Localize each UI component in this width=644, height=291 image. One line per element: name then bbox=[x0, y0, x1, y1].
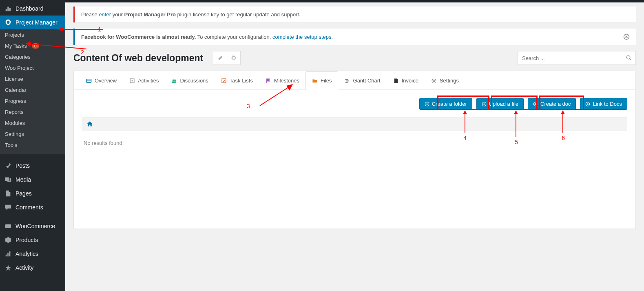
svg-marker-29 bbox=[463, 110, 467, 114]
search-input[interactable] bbox=[518, 51, 636, 65]
gear-icon bbox=[231, 55, 237, 61]
sidebar-sub-settings[interactable]: Settings bbox=[0, 129, 65, 140]
gantt-icon bbox=[344, 78, 351, 84]
sidebar-item-comments[interactable]: Comments bbox=[0, 200, 65, 214]
tasklists-icon bbox=[221, 78, 227, 84]
search-icon[interactable] bbox=[626, 55, 632, 61]
home-icon[interactable] bbox=[86, 121, 623, 127]
plus-circle-icon bbox=[585, 102, 590, 107]
sidebar-sub-tools[interactable]: Tools bbox=[0, 140, 65, 151]
svg-marker-33 bbox=[561, 110, 565, 114]
svg-point-9 bbox=[174, 79, 176, 81]
project-search bbox=[518, 51, 636, 65]
sidebar-sub-modules[interactable]: Modules bbox=[0, 118, 65, 129]
svg-rect-10 bbox=[173, 81, 177, 83]
sidebar-item-woocommerce[interactable]: WooCommerce bbox=[0, 219, 65, 233]
project-panel: OverviewActivitiesDiscussionsTask ListsM… bbox=[73, 71, 636, 229]
tab-discussions[interactable]: Discussions bbox=[165, 71, 214, 90]
invoice-icon bbox=[393, 78, 399, 84]
sidebar-item-posts[interactable]: Posts bbox=[0, 159, 65, 173]
svg-point-15 bbox=[433, 80, 435, 81]
tab-files[interactable]: Files bbox=[305, 71, 338, 90]
tab-gantt-chart[interactable]: Gantt Chart bbox=[338, 71, 387, 90]
sidebar-sub-woo-project[interactable]: Woo Project bbox=[0, 62, 65, 73]
plus-circle-icon bbox=[533, 102, 538, 107]
svg-marker-31 bbox=[514, 110, 518, 114]
dashboard-icon bbox=[4, 5, 12, 12]
link-to-docs-button[interactable]: Link to Docs bbox=[580, 98, 627, 110]
files-breadcrumb bbox=[82, 117, 627, 131]
svg-point-8 bbox=[173, 79, 174, 81]
dismiss-notice-icon[interactable] bbox=[623, 33, 630, 40]
products-icon bbox=[4, 236, 12, 244]
svg-rect-13 bbox=[346, 80, 349, 81]
create-a-folder-button[interactable]: Create a folder bbox=[419, 98, 472, 110]
discussions-icon bbox=[171, 78, 177, 84]
activities-icon bbox=[129, 78, 135, 84]
settings-icon bbox=[431, 78, 437, 84]
tab-task-lists[interactable]: Task Lists bbox=[215, 71, 259, 90]
pages-icon bbox=[4, 190, 12, 197]
files-tab-body: Create a folderUpload a fileCreate a doc… bbox=[74, 90, 635, 229]
sidebar-sub-my-tasks[interactable]: My Tasks 0 bbox=[0, 40, 65, 51]
pencil-icon bbox=[217, 55, 223, 61]
analytics-icon bbox=[4, 250, 12, 258]
page-header: Content Of web development bbox=[73, 51, 636, 65]
svg-rect-12 bbox=[345, 79, 348, 80]
comment-icon bbox=[4, 204, 12, 211]
plus-circle-icon bbox=[425, 102, 429, 107]
svg-rect-4 bbox=[86, 79, 91, 82]
project-manager-icon bbox=[4, 19, 12, 26]
sidebar-sub-reports[interactable]: Reports bbox=[0, 107, 65, 118]
complete-setup-link[interactable]: complete the setup steps. bbox=[272, 34, 333, 40]
tab-settings[interactable]: Settings bbox=[425, 71, 465, 90]
sidebar-item-analytics[interactable]: Analytics bbox=[0, 247, 65, 261]
sidebar-item-pages[interactable]: Pages bbox=[0, 187, 65, 200]
upload-a-file-button[interactable]: Upload a file bbox=[476, 98, 524, 110]
sidebar-sub-categories[interactable]: Categories bbox=[0, 51, 65, 62]
enter-license-link[interactable]: enter bbox=[99, 11, 111, 18]
create-a-doc-button[interactable]: Create a doc bbox=[528, 98, 576, 110]
sidebar-sub-projects[interactable]: Projects bbox=[0, 29, 65, 40]
sidebar-item-project-manager[interactable]: Project Manager bbox=[0, 16, 65, 29]
woocommerce-icon bbox=[4, 222, 12, 230]
activity-icon bbox=[4, 264, 12, 271]
main-content: Please enter your Project Manager Pro pl… bbox=[65, 0, 644, 291]
admin-sidebar: Dashboard Project Manager Projects My Ta… bbox=[0, 0, 65, 291]
edit-project-button[interactable] bbox=[213, 51, 227, 65]
svg-rect-0 bbox=[5, 224, 11, 228]
project-settings-button[interactable] bbox=[227, 51, 241, 65]
sidebar-label: Project Manager bbox=[15, 19, 58, 26]
tab-invoice[interactable]: Invoice bbox=[387, 71, 425, 90]
svg-rect-14 bbox=[345, 82, 348, 82]
facebook-notice: Facebook for WooCommerce is almost ready… bbox=[73, 29, 636, 45]
project-tabs: OverviewActivitiesDiscussionsTask ListsM… bbox=[74, 71, 635, 90]
file-actions: Create a folderUpload a fileCreate a doc… bbox=[82, 98, 627, 110]
sidebar-label: Dashboard bbox=[15, 5, 44, 12]
tasks-count-badge: 0 bbox=[32, 43, 39, 49]
milestones-icon bbox=[265, 78, 272, 84]
tab-overview[interactable]: Overview bbox=[80, 71, 123, 90]
sidebar-sub-calendar[interactable]: Calendar bbox=[0, 84, 65, 96]
sidebar-submenu: Projects My Tasks 0 Categories Woo Proje… bbox=[0, 29, 65, 154]
sidebar-sub-progress[interactable]: Progress bbox=[0, 96, 65, 107]
page-title: Content Of web development bbox=[73, 53, 203, 64]
pin-icon bbox=[4, 162, 12, 169]
sidebar-item-products[interactable]: Products bbox=[0, 233, 65, 247]
files-icon bbox=[312, 78, 318, 84]
license-notice: Please enter your Project Manager Pro pl… bbox=[73, 7, 636, 22]
svg-point-7 bbox=[132, 80, 133, 81]
svg-point-2 bbox=[626, 56, 630, 59]
sidebar-item-media[interactable]: Media bbox=[0, 173, 65, 187]
sidebar-item-activity[interactable]: Activity bbox=[0, 261, 65, 275]
overview-icon bbox=[86, 78, 92, 84]
sidebar-item-dashboard[interactable]: Dashboard bbox=[0, 2, 65, 16]
svg-line-3 bbox=[630, 59, 631, 60]
sidebar-sub-license[interactable]: License bbox=[0, 73, 65, 84]
plus-circle-icon bbox=[482, 102, 487, 107]
tab-milestones[interactable]: Milestones bbox=[259, 71, 305, 90]
empty-state: No results found! bbox=[82, 138, 627, 158]
media-icon bbox=[4, 176, 12, 183]
tab-activities[interactable]: Activities bbox=[123, 71, 165, 90]
